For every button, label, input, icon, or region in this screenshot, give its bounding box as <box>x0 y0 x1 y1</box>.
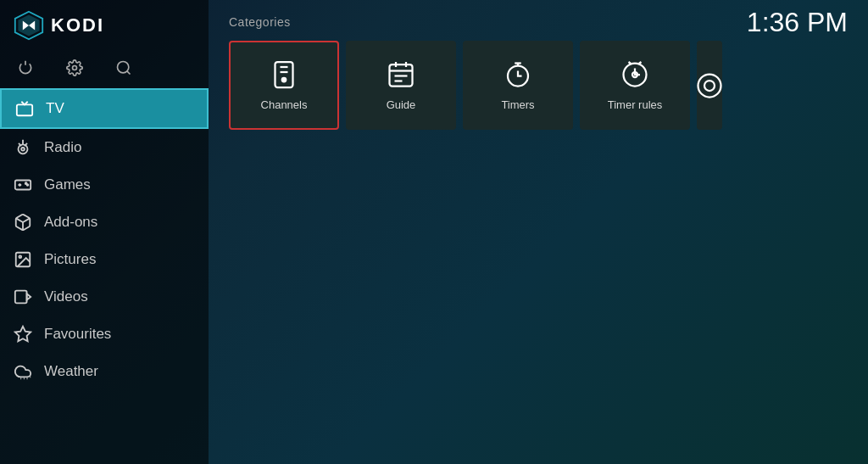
pictures-label: Pictures <box>44 251 96 268</box>
guide-icon <box>386 59 416 90</box>
app-title: KODI <box>51 14 104 36</box>
svg-point-14 <box>19 255 21 258</box>
category-guide[interactable]: Guide <box>346 41 456 130</box>
sidebar-header: KODI <box>0 0 209 51</box>
search-button[interactable] <box>112 56 136 80</box>
sidebar-item-videos[interactable]: Videos <box>0 278 209 316</box>
svg-rect-15 <box>15 291 27 304</box>
timer-rules-icon <box>620 59 650 90</box>
power-button[interactable] <box>14 56 37 80</box>
radio-label: Radio <box>44 139 81 156</box>
sidebar-item-weather[interactable]: Weather <box>0 353 209 390</box>
timer-rules-label: Timer rules <box>608 98 663 111</box>
categories-grid: Channels Guide <box>229 41 848 130</box>
sidebar-item-radio[interactable]: Radio <box>0 129 209 166</box>
pictures-icon <box>14 250 32 269</box>
tv-icon <box>15 99 34 118</box>
svg-point-4 <box>73 66 77 70</box>
sidebar-item-addons[interactable]: Add-ons <box>0 204 209 241</box>
videos-icon <box>14 288 32 306</box>
partial-icon <box>697 70 722 101</box>
favourites-icon <box>14 325 32 344</box>
main-content: 1:36 PM Categories Channels <box>209 0 868 464</box>
svg-point-32 <box>698 74 721 97</box>
sidebar-nav: TV Radio <box>0 88 209 464</box>
channels-label: Channels <box>261 98 308 111</box>
svg-marker-16 <box>27 293 31 299</box>
category-channels[interactable]: Channels <box>229 41 339 130</box>
svg-rect-18 <box>275 62 293 87</box>
settings-button[interactable] <box>63 56 86 80</box>
svg-point-33 <box>704 81 715 91</box>
category-partial[interactable] <box>697 41 722 130</box>
tv-label: TV <box>46 100 64 117</box>
svg-marker-17 <box>15 327 31 341</box>
timers-icon <box>503 59 533 90</box>
channels-icon <box>269 59 299 90</box>
addons-label: Add-ons <box>44 214 97 231</box>
kodi-logo <box>14 10 44 41</box>
videos-label: Videos <box>44 288 88 305</box>
games-icon <box>14 176 32 194</box>
weather-icon <box>14 362 32 381</box>
timers-label: Timers <box>501 98 534 111</box>
sidebar-icon-row <box>0 51 209 88</box>
favourites-label: Favourites <box>44 326 111 343</box>
radio-icon <box>14 138 32 157</box>
svg-rect-6 <box>17 104 32 115</box>
category-timer-rules[interactable]: Timer rules <box>580 41 690 130</box>
clock: 1:36 PM <box>747 7 848 38</box>
svg-point-21 <box>282 78 287 82</box>
svg-point-7 <box>19 144 28 154</box>
category-timers[interactable]: Timers <box>463 41 573 130</box>
sidebar-item-favourites[interactable]: Favourites <box>0 316 209 353</box>
svg-point-11 <box>27 184 29 186</box>
weather-label: Weather <box>44 363 98 380</box>
sidebar: KODI <box>0 0 209 464</box>
sidebar-item-games[interactable]: Games <box>0 166 209 204</box>
svg-point-8 <box>21 148 25 151</box>
guide-label: Guide <box>387 98 416 111</box>
games-label: Games <box>44 176 91 193</box>
addons-icon <box>14 213 32 232</box>
sidebar-item-pictures[interactable]: Pictures <box>0 241 209 278</box>
sidebar-item-tv[interactable]: TV <box>0 88 209 129</box>
svg-point-5 <box>118 62 129 73</box>
